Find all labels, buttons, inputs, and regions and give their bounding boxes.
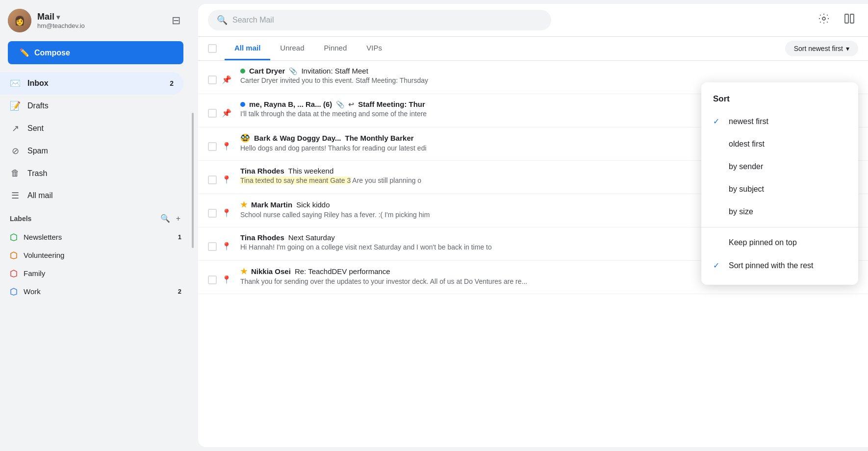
- sidebar-item-sent[interactable]: ↗ Sent: [0, 117, 183, 140]
- pin-button[interactable]: 📍: [222, 261, 231, 294]
- pin-icon[interactable]: 📌: [222, 61, 231, 94]
- pin-button[interactable]: 📍: [222, 161, 231, 194]
- sort-pinned-check-icon: ✓: [713, 261, 723, 270]
- pin-icon[interactable]: 📌: [222, 94, 231, 127]
- email-checkbox[interactable]: [208, 276, 217, 284]
- label-item-work[interactable]: Work 2: [0, 282, 191, 301]
- star-icon[interactable]: ★: [240, 267, 247, 276]
- search-icon: 🔍: [217, 15, 228, 25]
- spam-icon: ⊘: [10, 146, 21, 156]
- layout-toggle-button[interactable]: [841, 10, 858, 30]
- sidebar-item-drafts[interactable]: 📝 Drafts: [0, 95, 183, 117]
- search-box[interactable]: 🔍: [208, 10, 551, 30]
- trash-icon: 🗑: [10, 168, 21, 178]
- unread-indicator: [240, 102, 245, 107]
- compose-icon: ✏️: [20, 48, 29, 57]
- sort-option-subject[interactable]: by subject: [701, 178, 858, 200]
- attachment-icon: 📎: [336, 100, 344, 108]
- email-checkbox[interactable]: [208, 242, 217, 251]
- tab-pinned[interactable]: Pinned: [314, 37, 357, 60]
- email-checkbox[interactable]: [208, 75, 217, 84]
- email-checkbox[interactable]: [208, 175, 217, 184]
- email-checkbox[interactable]: [208, 142, 217, 151]
- sort-button[interactable]: Sort newest first ▾: [785, 41, 858, 56]
- svg-rect-1: [845, 14, 848, 23]
- user-avatar: 👩: [8, 9, 31, 32]
- inbox-icon: ✉️: [10, 78, 21, 89]
- tab-vips[interactable]: VIPs: [357, 37, 392, 60]
- email-checkbox[interactable]: [208, 109, 217, 118]
- labels-section: Labels 🔍 +: [0, 207, 191, 228]
- email-checkbox[interactable]: [208, 209, 217, 218]
- svg-point-0: [822, 17, 825, 20]
- label-item-newsletters[interactable]: Newsletters 1: [0, 228, 191, 246]
- label-item-volunteering[interactable]: Volunteering: [0, 246, 191, 264]
- svg-rect-2: [850, 14, 854, 23]
- highlighted-text: Tina texted to say she meant Gate 3: [240, 176, 351, 184]
- scroll-thumb[interactable]: [192, 113, 194, 248]
- main-panel: 🔍 All mail Unread Pinned V: [198, 4, 868, 447]
- sort-option-oldest[interactable]: oldest first: [701, 133, 858, 155]
- family-label-icon: [10, 270, 18, 277]
- sort-option-keep-pinned[interactable]: Keep pinned on top: [701, 231, 858, 254]
- sent-icon: ↗: [10, 123, 21, 134]
- app-name[interactable]: Mail ▾: [37, 12, 85, 22]
- sort-option-sort-pinned[interactable]: ✓ Sort pinned with the rest: [701, 254, 858, 277]
- sender-status-icon: [240, 69, 245, 74]
- layout-icon: [843, 13, 855, 25]
- reply-icon: ↩: [348, 100, 354, 108]
- sidebar-item-inbox[interactable]: ✉️ Inbox 2: [0, 72, 183, 95]
- volunteering-label-icon: [10, 251, 18, 259]
- tab-bar: All mail Unread Pinned VIPs Sort newest …: [198, 37, 868, 61]
- top-bar: 🔍: [198, 4, 868, 37]
- sidebar-item-allmail[interactable]: ☰ All mail: [0, 184, 183, 207]
- search-input[interactable]: [232, 16, 542, 25]
- mask-icon: 🥸: [240, 133, 250, 143]
- sidebar-item-trash[interactable]: 🗑 Trash: [0, 162, 183, 184]
- attachment-icon: 📎: [289, 67, 297, 75]
- sort-divider: [701, 227, 858, 227]
- sort-dropdown: Sort ✓ newest first oldest first by send…: [701, 82, 858, 285]
- pin-button[interactable]: 📍: [222, 194, 231, 227]
- settings-button[interactable]: [815, 10, 833, 30]
- tab-unread[interactable]: Unread: [270, 37, 314, 60]
- work-label-icon: [10, 288, 18, 296]
- sort-option-newest[interactable]: ✓ newest first: [701, 110, 858, 133]
- chevron-down-icon: ▾: [846, 45, 849, 52]
- pin-button[interactable]: 📍: [222, 227, 231, 260]
- select-all-checkbox[interactable]: [208, 44, 217, 53]
- scroll-track: [191, 0, 194, 451]
- add-label-button[interactable]: +: [175, 213, 181, 224]
- user-email: hm@teachdev.io: [37, 22, 85, 29]
- allmail-icon: ☰: [10, 190, 21, 201]
- sidebar-toggle-button[interactable]: ⊟: [169, 11, 183, 30]
- sort-check-icon: ✓: [713, 117, 723, 126]
- gear-icon: [818, 13, 830, 25]
- newsletters-label-icon: [10, 233, 18, 241]
- sidebar-item-spam[interactable]: ⊘ Spam: [0, 140, 183, 162]
- label-item-family[interactable]: Family: [0, 264, 191, 282]
- tab-allmail[interactable]: All mail: [225, 37, 270, 60]
- drafts-icon: 📝: [10, 100, 21, 111]
- compose-button[interactable]: ✏️ Compose: [8, 41, 183, 64]
- search-labels-button[interactable]: 🔍: [159, 213, 171, 224]
- sort-option-sender[interactable]: by sender: [701, 155, 858, 178]
- star-icon[interactable]: ★: [240, 200, 247, 209]
- sort-option-size[interactable]: by size: [701, 200, 858, 223]
- pin-button[interactable]: 📍: [222, 127, 231, 160]
- sort-dropdown-title: Sort: [701, 90, 858, 110]
